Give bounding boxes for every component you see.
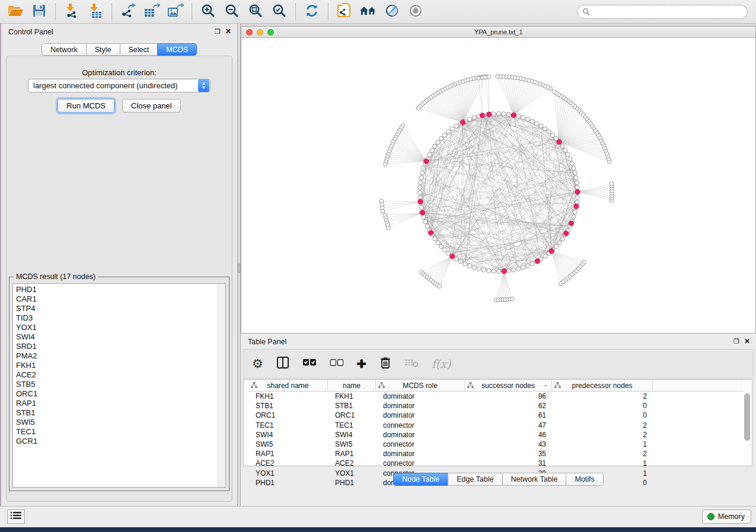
mcds-result-item[interactable]: SWI4 [13, 332, 217, 342]
tab-motifs[interactable]: Motifs [566, 473, 603, 486]
mcds-result-list[interactable]: PHD1CAR1STP4TID3YOX1SWI4SRD1PMA2FKH1ACE2… [12, 283, 226, 488]
table-scrollbar[interactable] [744, 392, 751, 464]
table-cell[interactable]: connector [376, 421, 465, 430]
import-table-button[interactable] [84, 2, 107, 22]
mcds-result-item[interactable]: STB1 [13, 408, 217, 418]
mcds-result-item[interactable]: YOX1 [13, 323, 217, 332]
table-cell[interactable]: 62 [465, 401, 552, 411]
table-cell[interactable]: RAP1 [248, 449, 328, 459]
mcds-result-item[interactable]: GCR1 [13, 437, 217, 446]
mcds-result-item[interactable]: PHD1 [13, 285, 217, 294]
table-cell[interactable]: 47 [465, 421, 552, 430]
export-image-button[interactable] [164, 2, 187, 22]
save-session-button[interactable] [27, 2, 51, 22]
table-cell[interactable]: 2 [552, 392, 653, 401]
tab-style[interactable]: Style [86, 43, 120, 56]
column-header-shared-name[interactable]: shared name [248, 380, 328, 391]
table-row[interactable]: RAP1RAP1dominator352 [248, 449, 742, 459]
delete-column-button[interactable] [379, 355, 391, 373]
tab-network-table[interactable]: Network Table [502, 473, 567, 486]
column-header-mcds-role[interactable]: MCDS role [376, 380, 465, 391]
show-all-button[interactable] [404, 2, 428, 22]
mcds-result-item[interactable]: FKH1 [13, 361, 217, 370]
sort-caret-icon[interactable]: ⌄ [543, 382, 548, 387]
run-mcds-button[interactable]: Run MCDS [58, 99, 114, 113]
table-cell[interactable]: SWI4 [248, 430, 328, 440]
column-header-predecessor-nodes[interactable]: predecessor nodes [552, 380, 653, 391]
table-cell[interactable]: 0 [552, 411, 653, 420]
table-cell[interactable]: SWI5 [328, 440, 376, 449]
table-cell[interactable]: dominator [376, 430, 465, 440]
table-cell[interactable]: 1 [552, 459, 653, 468]
column-header-successor-nodes[interactable]: successor nodes ⌄ [465, 380, 552, 391]
tab-network[interactable]: Network [42, 43, 87, 56]
table-cell[interactable]: ACE2 [328, 459, 376, 468]
table-row[interactable]: SWI5SWI5connector431 [248, 440, 742, 449]
table-cell[interactable]: 2 [552, 430, 653, 440]
hide-selected-button[interactable] [380, 2, 404, 22]
tab-select[interactable]: Select [120, 43, 158, 56]
table-cell[interactable]: ACE2 [248, 459, 328, 468]
table-row[interactable]: SWI4SWI4dominator462 [248, 430, 742, 440]
table-cell[interactable]: 96 [465, 392, 552, 401]
import-network-button[interactable] [60, 2, 84, 22]
select-all-rows-button[interactable] [302, 355, 317, 373]
table-cell[interactable]: 2 [552, 421, 653, 430]
table-cell[interactable]: 46 [465, 430, 552, 440]
deselect-all-rows-button[interactable] [330, 355, 344, 373]
first-neighbors-button[interactable] [356, 2, 380, 22]
zoom-in-button[interactable] [196, 2, 220, 22]
optimization-criterion-select[interactable]: largest connected component (undirected)… [28, 79, 210, 92]
mcds-result-item[interactable]: STB5 [13, 380, 217, 389]
table-cell[interactable]: dominator [376, 411, 465, 420]
table-cell[interactable]: connector [376, 459, 465, 468]
mcds-result-item[interactable]: TID3 [13, 313, 217, 323]
table-cell[interactable]: ORC1 [328, 411, 376, 420]
search-field[interactable] [577, 5, 748, 19]
close-panel-icon[interactable]: ✕ [225, 27, 231, 36]
zoom-out-button[interactable] [220, 2, 244, 22]
table-cell[interactable]: 43 [465, 440, 552, 449]
tab-node-table[interactable]: Node Table [393, 473, 448, 486]
table-cell[interactable]: TEC1 [248, 421, 328, 430]
zoom-fit-button[interactable] [244, 2, 267, 22]
table-cell[interactable]: 61 [465, 411, 552, 420]
mcds-result-item[interactable]: SWI5 [13, 418, 217, 427]
table-cell[interactable]: 31 [465, 459, 552, 468]
table-cell[interactable]: TEC1 [328, 421, 376, 430]
table-cell[interactable]: FKH1 [248, 392, 328, 401]
close-panel-button[interactable]: Close panel [122, 99, 181, 113]
zoom-selected-button[interactable] [267, 2, 291, 22]
search-input[interactable] [593, 8, 742, 16]
mcds-result-item[interactable]: CAR1 [13, 294, 217, 304]
table-row[interactable]: STB1STB1dominator620 [248, 401, 742, 411]
table-row[interactable]: FKH1FKH1dominator962 [248, 392, 742, 401]
refresh-layout-button[interactable] [300, 2, 324, 22]
table-row[interactable]: TEC1TEC1connector472 [248, 421, 742, 430]
mcds-result-item[interactable]: PMA2 [13, 351, 217, 361]
table-cell[interactable]: SWI4 [328, 430, 376, 440]
mcds-result-item[interactable]: RAP1 [13, 399, 217, 408]
show-columns-button[interactable] [276, 355, 289, 373]
task-history-button[interactable] [7, 509, 25, 524]
export-network-button[interactable] [116, 2, 140, 22]
memory-button[interactable]: Memory [702, 509, 751, 524]
table-cell[interactable]: 2 [552, 449, 653, 459]
mcds-result-item[interactable]: ACE2 [13, 370, 217, 380]
table-cell[interactable]: dominator [376, 449, 465, 459]
column-header-name[interactable]: name [328, 380, 376, 391]
table-cell[interactable]: STB1 [328, 401, 376, 411]
mcds-result-item[interactable]: ORC1 [13, 389, 217, 399]
table-row[interactable]: ORC1ORC1dominator610 [248, 411, 742, 420]
table-cell[interactable]: dominator [376, 392, 465, 401]
table-cell[interactable]: connector [376, 440, 465, 449]
table-cell[interactable]: ORC1 [248, 411, 328, 420]
export-table-button[interactable] [140, 2, 164, 22]
table-cell[interactable]: dominator [376, 401, 465, 411]
add-column-button[interactable]: ✚ [357, 355, 366, 373]
table-cell[interactable]: 1 [552, 440, 653, 449]
tab-edge-table[interactable]: Edge Table [448, 473, 502, 486]
table-settings-button[interactable]: ⚙ [252, 355, 263, 373]
mcds-result-item[interactable]: TEC1 [13, 427, 217, 437]
table-cell[interactable]: 35 [465, 449, 552, 459]
